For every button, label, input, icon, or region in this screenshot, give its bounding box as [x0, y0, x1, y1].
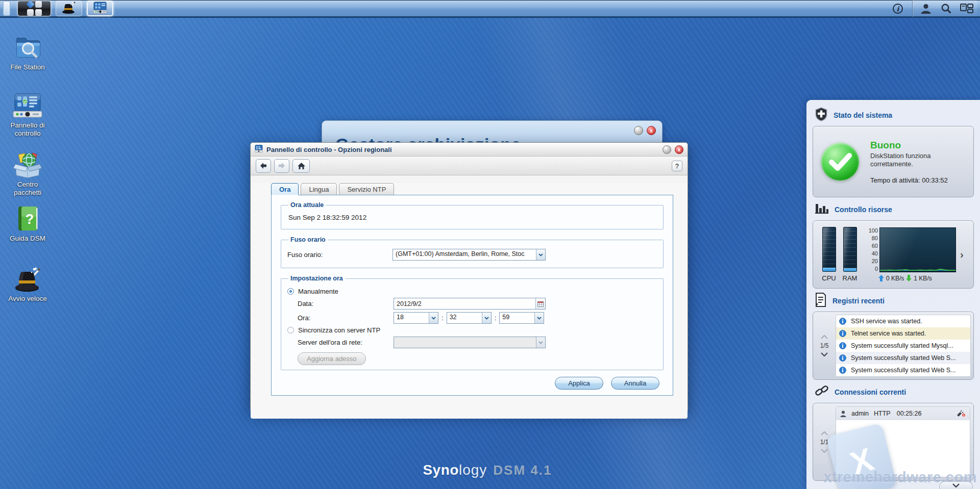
desktop-icon-dsm-help[interactable]: ? Guida DSM: [3, 205, 52, 243]
date-input-wrap: [394, 298, 546, 310]
file-station-icon: [3, 32, 52, 61]
log-row[interactable]: System successfully started Web S...: [836, 352, 970, 364]
widget-panel: Stato del sistema Buono DiskStation funz…: [806, 100, 980, 489]
second-select[interactable]: 59: [499, 312, 544, 324]
expand-resources-chevron[interactable]: ›: [960, 249, 964, 261]
widget-title: Registri recenti: [832, 297, 885, 305]
desktop-icon-package-center[interactable]: Centro pacchetti: [3, 150, 52, 197]
desktop-icon-file-station[interactable]: File Station: [3, 32, 52, 71]
fieldset-current-time: Ora attuale Sun Sep 2 18:32:59 2012: [281, 201, 664, 229]
apply-button[interactable]: Applica: [555, 377, 603, 390]
upload-arrow-icon: [878, 275, 884, 281]
forward-button[interactable]: [274, 159, 289, 173]
taskbar-right: i: [888, 0, 977, 17]
dialog-title: Pannello di controllo - Opzioni regional…: [266, 146, 392, 153]
info-button[interactable]: i: [888, 0, 908, 17]
magic-hat-icon: [61, 1, 77, 16]
minute-select[interactable]: 32: [447, 312, 492, 324]
document-icon: [815, 293, 827, 309]
radio-ntp-label[interactable]: Sincronizza con server NTP: [298, 326, 380, 334]
fieldset-legend: Ora attuale: [288, 201, 326, 209]
desktop-icon-label: File Station: [3, 63, 52, 71]
update-now-button[interactable]: Aggiorna adesso: [298, 352, 366, 365]
radio-manual-label[interactable]: Manualmente: [298, 288, 338, 295]
page-down-chevron[interactable]: [821, 352, 828, 356]
page-down-chevron[interactable]: [821, 449, 828, 453]
chevron-down-icon[interactable]: [534, 313, 544, 323]
logs-pager: 1/5: [813, 315, 836, 377]
log-row[interactable]: System successfully started Web S...: [836, 364, 970, 376]
disconnect-icon[interactable]: [956, 410, 966, 417]
info-icon: [839, 354, 846, 362]
chevron-down-icon[interactable]: [429, 313, 438, 323]
user-button[interactable]: [916, 0, 936, 17]
search-button[interactable]: [936, 0, 957, 17]
show-desktop-button[interactable]: [3, 1, 10, 16]
tab-lingua[interactable]: Lingua: [301, 183, 337, 195]
minimize-button[interactable]: [634, 126, 643, 135]
back-button[interactable]: [256, 159, 271, 173]
control-panel-mini-icon: [93, 2, 107, 16]
help-button[interactable]: ?: [672, 161, 682, 171]
timezone-select[interactable]: (GMT+01:00) Amsterdam, Berlin, Rome, Sto…: [393, 249, 546, 261]
chain-link-icon: [815, 384, 829, 400]
close-button[interactable]: x: [675, 145, 683, 154]
magic-hat-icon: [3, 265, 52, 293]
chevron-down-icon[interactable]: [482, 313, 491, 323]
home-button[interactable]: [292, 159, 310, 173]
log-text: System successfully started Mysql...: [851, 342, 953, 349]
second-value: 59: [500, 313, 534, 323]
hour-select[interactable]: 18: [394, 312, 438, 324]
desktop: i: [0, 0, 980, 489]
chevron-down-icon[interactable]: [536, 249, 545, 260]
main-menu-button[interactable]: [17, 1, 51, 16]
log-row[interactable]: Telnet service was started.: [836, 327, 970, 340]
recent-logs-header: Registri recenti: [815, 293, 974, 309]
widget-title: Connessioni correnti: [835, 388, 906, 396]
connection-row[interactable]: admin HTTP 00:25:26: [836, 407, 970, 420]
system-status-header: Stato del sistema: [815, 107, 974, 123]
tab-ora[interactable]: Ora: [271, 183, 299, 195]
recent-logs-card: 1/5 SSH service was started. Telnet serv…: [813, 312, 974, 380]
main-menu-icon: [27, 1, 42, 16]
dialog-regional-options: Pannello di controllo - Opzioni regional…: [250, 142, 688, 411]
log-text: System successfully started Web S...: [851, 354, 955, 362]
taskbar: i: [0, 0, 980, 18]
radio-ntp-sync[interactable]: [287, 327, 294, 333]
dialog-titlebar[interactable]: Pannello di controllo - Opzioni regional…: [251, 143, 688, 157]
chevron-down-icon: [952, 483, 960, 487]
minimize-button[interactable]: [663, 145, 671, 154]
status-ok-icon: [821, 143, 859, 181]
taskbar-item-control-panel[interactable]: [87, 1, 113, 16]
page-up-chevron[interactable]: [821, 431, 828, 435]
date-input[interactable]: [394, 298, 535, 309]
close-button[interactable]: x: [647, 126, 656, 135]
system-status-card: Buono DiskStation funziona correttamente…: [813, 126, 974, 197]
download-arrow-icon: [906, 275, 912, 281]
radio-manual[interactable]: [287, 288, 294, 295]
log-row[interactable]: System successfully started Mysql...: [836, 340, 970, 352]
page-up-chevron[interactable]: [821, 335, 828, 339]
ntp-server-value: [394, 337, 536, 348]
connection-protocol: HTTP: [874, 410, 891, 417]
status-value: Buono: [870, 140, 957, 151]
tab-servizio-ntp[interactable]: Servizio NTP: [339, 183, 394, 195]
panel-collapse-tab[interactable]: [939, 481, 973, 489]
desktop-icon-quick-start[interactable]: Avvio veloce: [3, 265, 52, 303]
tabstrip: Ora Lingua Servizio NTP: [271, 183, 688, 195]
pilot-view-button[interactable]: [957, 0, 977, 17]
calendar-icon[interactable]: [535, 298, 545, 309]
cancel-button[interactable]: Annulla: [611, 377, 659, 390]
fieldset-legend: Fuso orario: [288, 236, 328, 243]
user-icon: [840, 410, 846, 417]
desktop-icon-control-panel[interactable]: Pannello di controllo: [3, 93, 52, 138]
fieldset-time-setting: Impostazione ora Manualmente Data:: [281, 275, 664, 370]
logs-page-indicator: 1/5: [820, 342, 829, 349]
taskbar-icon-group: [912, 0, 977, 17]
ntp-server-select[interactable]: [394, 337, 546, 348]
log-text: System successfully started Web S...: [851, 367, 955, 374]
uptime: Tempo di attività: 00:33:52: [870, 176, 957, 184]
taskbar-item-quick-start[interactable]: [56, 1, 82, 16]
log-row[interactable]: SSH service was started.: [836, 315, 970, 327]
ram-gauge: RAM: [841, 227, 859, 282]
